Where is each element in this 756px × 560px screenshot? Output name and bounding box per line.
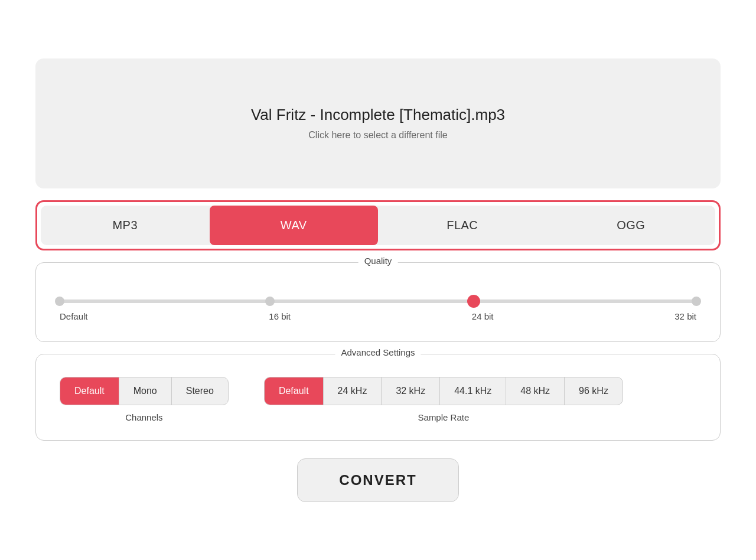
format-selector-wrapper: MP3 WAV FLAC OGG (35, 200, 721, 250)
slider-label-24bit: 24 bit (472, 311, 494, 321)
sample-rate-btn-441[interactable]: 44.1 kHz (440, 377, 506, 405)
sample-rate-btn-96[interactable]: 96 kHz (565, 377, 623, 405)
main-container: Val Fritz - Incomplete [Thematic].mp3 Cl… (35, 58, 721, 502)
channel-btn-mono[interactable]: Mono (119, 377, 172, 405)
advanced-section: Advanced Settings Default Mono Stereo Ch… (35, 354, 721, 441)
file-name: Val Fritz - Incomplete [Thematic].mp3 (251, 106, 505, 124)
advanced-label: Advanced Settings (335, 347, 421, 357)
convert-section: CONVERT (35, 458, 721, 502)
format-btn-mp3[interactable]: MP3 (41, 206, 210, 245)
file-subtitle: Click here to select a different file (308, 130, 447, 141)
quality-section: Quality Default 16 bit 24 bit 32 bit (35, 262, 721, 342)
sample-rate-btn-default[interactable]: Default (265, 377, 324, 405)
slider-container: Default 16 bit 24 bit 32 bit (60, 285, 696, 327)
slider-tick-32bit (692, 297, 701, 306)
quality-label: Quality (359, 256, 398, 266)
slider-label-16bit: 16 bit (269, 311, 291, 321)
format-selector: MP3 WAV FLAC OGG (41, 206, 715, 245)
sample-rate-btn-group: Default 24 kHz 32 kHz 44.1 kHz 48 kHz 96… (264, 377, 623, 405)
slider-thumb-active[interactable] (467, 295, 480, 308)
slider-track[interactable] (60, 299, 696, 303)
slider-tick-default (55, 297, 64, 306)
slider-label-32bit: 32 bit (674, 311, 696, 321)
sample-rate-btn-32[interactable]: 32 kHz (382, 377, 440, 405)
channels-label: Channels (125, 412, 162, 422)
slider-tick-16bit (265, 297, 275, 306)
channel-btn-stereo[interactable]: Stereo (172, 377, 228, 405)
format-btn-flac[interactable]: FLAC (378, 206, 547, 245)
channels-btn-group: Default Mono Stereo (60, 377, 229, 405)
file-selector[interactable]: Val Fritz - Incomplete [Thematic].mp3 Cl… (35, 58, 721, 188)
sample-rate-btn-48[interactable]: 48 kHz (506, 377, 565, 405)
format-btn-wav[interactable]: WAV (210, 206, 379, 245)
format-btn-ogg[interactable]: OGG (547, 206, 716, 245)
slider-labels: Default 16 bit 24 bit 32 bit (60, 311, 696, 321)
sample-rate-label: Sample Rate (418, 412, 470, 422)
advanced-content: Default Mono Stereo Channels Default 24 … (60, 377, 696, 422)
sample-rate-btn-24[interactable]: 24 kHz (324, 377, 382, 405)
channels-group: Default Mono Stereo Channels (60, 377, 229, 422)
sample-rate-group: Default 24 kHz 32 kHz 44.1 kHz 48 kHz 96… (264, 377, 623, 422)
convert-button[interactable]: CONVERT (297, 458, 458, 502)
channel-btn-default[interactable]: Default (60, 377, 119, 405)
slider-label-default: Default (60, 311, 88, 321)
